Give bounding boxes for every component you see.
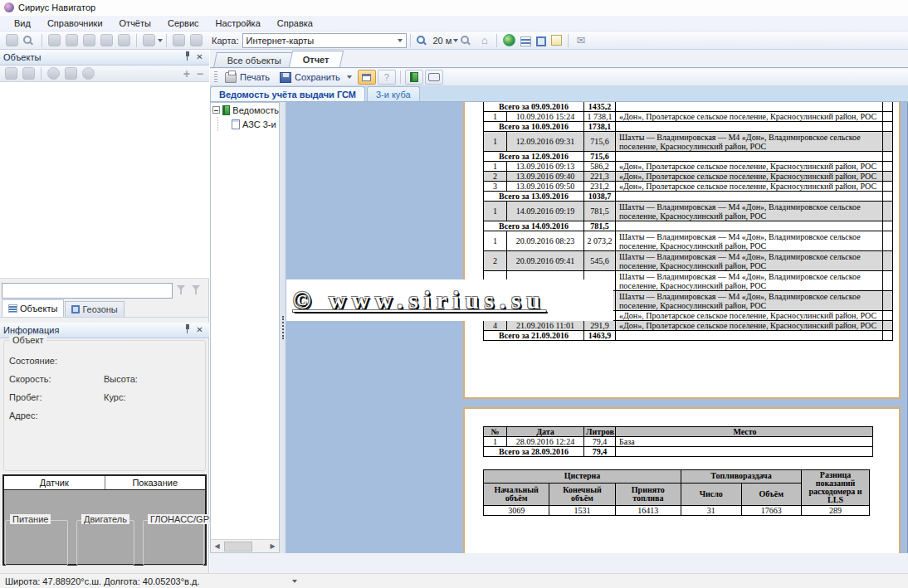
minus-icon[interactable]: −	[197, 66, 203, 81]
tab-report-gsm[interactable]: Ведомость учёта выдачи ГСМ	[210, 86, 365, 101]
zoom-level[interactable]: 20 м	[433, 36, 452, 46]
objects-panel-header: Объекты ✕	[0, 50, 209, 66]
menu-service[interactable]: Сервис	[160, 17, 207, 30]
collapse-icon[interactable]	[212, 106, 220, 114]
object-group-label: Объект	[9, 335, 46, 345]
report-viewport[interactable]: РОСВсего за 09.09.20161435,2110.09.2016 …	[286, 102, 908, 553]
marker-icon[interactable]	[82, 67, 95, 80]
tab-report-cubes[interactable]: 3-и куба	[367, 86, 420, 101]
toolbar-grip[interactable]	[214, 71, 217, 83]
plus-icon[interactable]: +	[183, 66, 190, 81]
report-cell: Шахты — Владимировская — М4 «Дон», Влади…	[616, 271, 883, 291]
report-cell: Всего за 09.09.2016	[484, 102, 584, 112]
col-header-received: Принято топлива	[615, 483, 681, 505]
report-cell: «Дон», Пролетарское сельское поселение, …	[616, 172, 883, 182]
tree-node-root[interactable]: Ведомость	[211, 103, 279, 117]
globe-icon[interactable]	[47, 67, 60, 80]
circle-icon[interactable]	[83, 34, 95, 46]
pan-icon[interactable]	[6, 34, 18, 46]
gnss-groupbox: ГЛОНАСС/GPS	[143, 520, 204, 566]
search-input[interactable]	[2, 283, 173, 299]
report-table-3: Цистерна Топливораздача Разница показани…	[483, 469, 870, 516]
table-row: 113.09.2016 09:13586,2«Дон», Пролетарско…	[484, 162, 893, 172]
flag-icon[interactable]	[118, 34, 130, 46]
print-button[interactable]: Печать	[220, 70, 275, 85]
filter-clear-icon[interactable]	[191, 284, 203, 296]
close-icon[interactable]: ✕	[193, 51, 206, 63]
menu-reports[interactable]: Отчёты	[112, 17, 159, 30]
save-button[interactable]: Сохранить	[275, 70, 345, 85]
poi-icon[interactable]	[190, 34, 203, 46]
tab-all-objects[interactable]: Все объекты	[213, 52, 295, 67]
tree-child-label: АЗС 3-и	[242, 119, 276, 129]
geozone-icon[interactable]	[536, 36, 546, 46]
app-icon	[4, 2, 14, 12]
cell-date: 28.09.2016 12:24	[507, 437, 584, 447]
col-header-start: Начальный объём	[484, 483, 549, 505]
statusbar-dropdown-icon[interactable]	[292, 580, 297, 583]
close-icon[interactable]: ✕	[193, 324, 206, 336]
layers-icon[interactable]	[143, 34, 155, 46]
ruler-icon[interactable]	[173, 34, 185, 46]
scroll-right-icon[interactable]: ▶	[266, 541, 279, 552]
polygon-icon[interactable]	[66, 34, 78, 46]
report-book-button[interactable]	[405, 70, 423, 85]
report-cell: 12.09.2016 09:31	[507, 132, 584, 152]
mileage-label: Пробег:	[9, 392, 42, 402]
globe-icon[interactable]	[503, 34, 515, 46]
pin-icon[interactable]	[181, 324, 193, 336]
zoom-out-icon[interactable]	[461, 36, 469, 44]
report-cell: 1038,7	[584, 192, 616, 202]
mail-icon[interactable]: ✉	[574, 34, 587, 46]
report-cell: 10.09.2016 15:24	[507, 112, 584, 122]
vehicle-add-icon[interactable]	[5, 67, 17, 80]
help-button[interactable]: ?	[378, 70, 396, 85]
vehicle-icon[interactable]	[65, 67, 77, 80]
tab-objects[interactable]: Объекты	[2, 299, 64, 317]
scroll-left-icon[interactable]: ◀	[211, 541, 223, 552]
menu-help[interactable]: Справка	[270, 17, 320, 30]
layers-dropdown-icon[interactable]	[158, 39, 163, 42]
menu-view[interactable]: Вид	[7, 17, 38, 30]
filter-icon[interactable]	[176, 284, 188, 296]
home-icon[interactable]: ⌂	[478, 34, 491, 46]
report-cell: 2	[484, 251, 507, 271]
report-cell: 20.09.2016 08:23	[507, 231, 584, 251]
magnifier-icon[interactable]	[23, 36, 32, 44]
zoom-in-icon[interactable]	[417, 36, 425, 44]
map-select[interactable]: Интернет-карты	[242, 33, 407, 48]
tab-geozones[interactable]: Геозоны	[65, 301, 124, 317]
pages-icon	[428, 73, 440, 81]
geozone-icon	[71, 305, 80, 313]
scroll-thumb[interactable]	[224, 542, 252, 552]
table-total-row: Всего за 14.09.2016781,5	[484, 221, 893, 231]
cell-end: 1531	[549, 506, 615, 516]
list-icon[interactable]	[520, 36, 531, 46]
menu-directories[interactable]: Справочники	[40, 17, 110, 30]
map-select-icon[interactable]	[48, 34, 61, 46]
pin-icon[interactable]	[181, 51, 193, 63]
collate-button[interactable]	[425, 70, 443, 85]
report-cell: 1738,1	[584, 122, 616, 132]
notes-icon[interactable]	[551, 35, 562, 46]
preview-toggle-button[interactable]	[358, 70, 376, 85]
table-row: 112.09.2016 09:31715,6Шахты — Владимиров…	[484, 132, 893, 152]
report-cell	[883, 122, 893, 132]
report-cell	[616, 331, 883, 341]
zoom-dropdown-icon[interactable]	[453, 39, 458, 42]
tree-hscrollbar[interactable]: ◀ ▶	[211, 539, 279, 552]
group-header-dispense: Топливораздача	[681, 470, 802, 484]
report-cell	[616, 122, 883, 132]
tab-report[interactable]: Отчет	[289, 51, 344, 67]
separator	[166, 34, 167, 47]
tree-node-child[interactable]: АЗС 3-и	[211, 117, 279, 131]
link-icon[interactable]	[22, 67, 35, 80]
save-dropdown-icon[interactable]	[347, 75, 352, 79]
objects-list[interactable]	[0, 82, 209, 279]
table-total-row: Всего за 12.09.2016715,6	[484, 152, 893, 162]
menu-settings[interactable]: Настройка	[208, 17, 268, 30]
rect-icon[interactable]	[100, 34, 113, 46]
cell-volume: 17663	[741, 506, 802, 516]
splitter[interactable]	[280, 102, 286, 553]
table-total-row: Всего за 28.09.2016 79,4	[484, 447, 873, 457]
